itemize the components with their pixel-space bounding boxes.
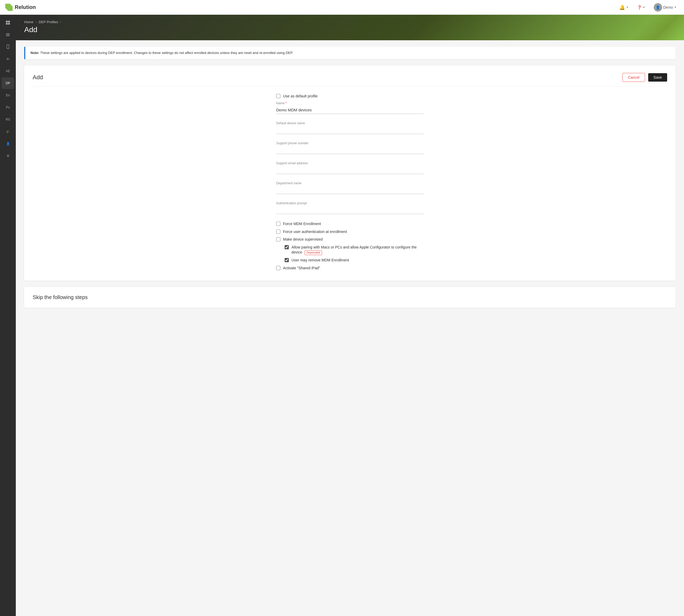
force-auth-text: Force user authentication at enrollment bbox=[283, 229, 347, 235]
card-title: Add bbox=[32, 74, 43, 81]
supervised-text: Make device supervised bbox=[283, 237, 323, 242]
device-name-group: Default device name bbox=[276, 122, 424, 134]
user-name: Demo bbox=[663, 5, 673, 9]
add-card: Add Cancel Save Use as default profile bbox=[24, 66, 676, 281]
users-icon: 👤 bbox=[6, 142, 10, 146]
force-mdm-text: Force MDM Enrollment bbox=[283, 221, 321, 227]
skip-section-title: Skip the following steps bbox=[32, 294, 667, 300]
email-label: Support email address bbox=[276, 161, 424, 165]
breadcrumb-home[interactable]: Home bbox=[24, 20, 34, 24]
remove-mdm-label[interactable]: User may remove MDM Enrollment bbox=[285, 258, 424, 263]
note-banner: Note: These settings are applied to devi… bbox=[24, 47, 676, 59]
breadcrumb-dep-profiles[interactable]: DEP Profiles bbox=[39, 20, 58, 24]
svg-rect-1 bbox=[8, 21, 10, 23]
use-default-label[interactable]: Use as default profile bbox=[276, 94, 424, 99]
note-text: These settings are applied to devices du… bbox=[40, 51, 293, 55]
allow-pairing-label[interactable]: Allow pairing with Macs or PCs and allow… bbox=[285, 245, 424, 255]
sidebar-item-edu[interactable]: 🎓 bbox=[2, 126, 14, 137]
device-name-input[interactable] bbox=[276, 126, 424, 134]
content-area: Note: These settings are applied to devi… bbox=[16, 40, 684, 321]
en-label: En bbox=[6, 93, 10, 97]
sidebar-item-dashboard[interactable] bbox=[2, 17, 14, 28]
department-group: Department name bbox=[276, 181, 424, 194]
help-icon: ❓ bbox=[637, 5, 642, 9]
deprecated-badge: Deprecated bbox=[305, 250, 322, 255]
bell-icon: 🔔 bbox=[619, 4, 625, 10]
default-profile-group: Use as default profile bbox=[276, 94, 424, 99]
skip-section-card: Skip the following steps bbox=[24, 287, 676, 308]
email-group: Support email address bbox=[276, 161, 424, 174]
user-menu-button[interactable]: 👤 Demo ▼ bbox=[652, 2, 679, 13]
department-label: Department name bbox=[276, 181, 424, 185]
brand-name: Relution bbox=[15, 4, 36, 10]
supervised-label[interactable]: Make device supervised bbox=[276, 237, 424, 242]
breadcrumb-sep-1: › bbox=[36, 20, 37, 24]
edu-icon: 🎓 bbox=[6, 130, 10, 133]
auth-input[interactable] bbox=[276, 206, 424, 214]
brand-logo[interactable]: Relution bbox=[5, 4, 36, 11]
sidebar-item-rs[interactable]: RS bbox=[2, 114, 14, 125]
sidebar-item-in[interactable]: In bbox=[2, 53, 14, 65]
help-chevron: ▼ bbox=[643, 6, 645, 9]
ae-label: AE bbox=[6, 69, 10, 73]
sidebar-item-ae[interactable]: AE bbox=[2, 65, 14, 77]
shared-ipad-text: Activate "Shared iPad" bbox=[283, 266, 320, 271]
rs-label: RS bbox=[6, 118, 10, 122]
sidebar-item-devices[interactable] bbox=[2, 41, 14, 53]
name-input[interactable] bbox=[276, 106, 424, 114]
in-label: In bbox=[6, 57, 9, 61]
sidebar-item-users[interactable]: 👤 bbox=[2, 138, 14, 150]
device-name-label: Default device name bbox=[276, 122, 424, 125]
user-chevron: ▼ bbox=[674, 6, 677, 9]
sidebar-item-po[interactable]: Po bbox=[2, 102, 14, 113]
name-label: Name * bbox=[276, 101, 424, 105]
shared-ipad-label[interactable]: Activate "Shared iPad" bbox=[276, 266, 424, 271]
settings-icon: ⚙ bbox=[6, 154, 9, 158]
sidebar-item-dp[interactable]: DP bbox=[2, 78, 14, 89]
force-auth-checkbox[interactable] bbox=[276, 229, 280, 234]
sidebar-item-en[interactable]: En bbox=[2, 89, 14, 101]
allow-pairing-text: Allow pairing with Macs or PCs and allow… bbox=[291, 245, 424, 255]
supervised-checkbox[interactable] bbox=[276, 237, 280, 241]
breadcrumb: Home › DEP Profiles › bbox=[24, 20, 676, 24]
form-body: Use as default profile Name * Default de… bbox=[276, 94, 424, 271]
page-header: Home › DEP Profiles › Add bbox=[16, 15, 684, 40]
remove-mdm-checkbox[interactable] bbox=[285, 258, 289, 262]
name-label-text: Name bbox=[276, 101, 285, 105]
note-label: Note: bbox=[30, 51, 39, 55]
name-required: * bbox=[285, 101, 287, 105]
svg-rect-2 bbox=[6, 23, 8, 25]
name-group: Name * bbox=[276, 101, 424, 114]
allow-pairing-checkbox[interactable] bbox=[285, 245, 289, 249]
email-input[interactable] bbox=[276, 166, 424, 174]
remove-mdm-text: User may remove MDM Enrollment bbox=[291, 258, 349, 263]
auth-group: Authentication prompt bbox=[276, 201, 424, 214]
phone-group: Support phone number bbox=[276, 141, 424, 154]
notifications-chevron: ▼ bbox=[626, 6, 629, 9]
save-button[interactable]: Save bbox=[648, 73, 667, 82]
force-mdm-checkbox[interactable] bbox=[276, 222, 280, 226]
notifications-button[interactable]: 🔔 ▼ bbox=[617, 3, 631, 11]
main-wrapper: Home › DEP Profiles › Add Note: These se… bbox=[16, 15, 684, 616]
force-auth-label[interactable]: Force user authentication at enrollment bbox=[276, 229, 424, 235]
department-input[interactable] bbox=[276, 186, 424, 194]
card-actions: Cancel Save bbox=[622, 73, 667, 82]
sidebar-item-settings[interactable]: ⚙ bbox=[2, 150, 14, 162]
svg-rect-3 bbox=[8, 23, 10, 25]
dashboard-icon bbox=[5, 20, 10, 25]
force-mdm-label[interactable]: Force MDM Enrollment bbox=[276, 221, 424, 227]
checkboxes-group: Force MDM Enrollment Force user authenti… bbox=[276, 221, 424, 271]
phone-input[interactable] bbox=[276, 146, 424, 154]
top-navbar: Relution 🔔 ▼ ❓ ▼ 👤 Demo ▼ bbox=[0, 0, 684, 15]
navbar-right: 🔔 ▼ ❓ ▼ 👤 Demo ▼ bbox=[617, 2, 679, 13]
use-default-checkbox[interactable] bbox=[276, 94, 280, 98]
page-title: Add bbox=[24, 25, 676, 34]
devices-icon bbox=[5, 44, 10, 49]
sidebar-item-apps[interactable] bbox=[2, 29, 14, 41]
help-button[interactable]: ❓ ▼ bbox=[635, 4, 647, 10]
cancel-button[interactable]: Cancel bbox=[622, 73, 645, 82]
use-default-text: Use as default profile bbox=[283, 94, 318, 99]
svg-rect-0 bbox=[6, 21, 8, 23]
brand-icon bbox=[5, 4, 13, 11]
shared-ipad-checkbox[interactable] bbox=[276, 266, 280, 270]
